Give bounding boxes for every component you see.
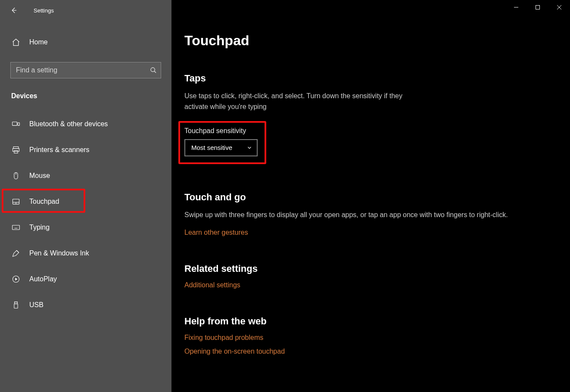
- minimize-button[interactable]: [505, 0, 527, 15]
- sidebar-item-label: Bluetooth & other devices: [29, 120, 108, 128]
- section-heading-related: Related settings: [184, 263, 547, 274]
- search-input[interactable]: [10, 62, 161, 78]
- svg-rect-11: [14, 304, 18, 308]
- chevron-down-icon: [246, 145, 252, 151]
- svg-rect-3: [13, 147, 19, 149]
- sidebar-item-typing[interactable]: Typing: [0, 215, 171, 240]
- usb-icon: [11, 301, 21, 309]
- section-heading-taps: Taps: [184, 73, 547, 84]
- section-heading-touchgo: Touch and go: [184, 192, 547, 203]
- sidebar-item-autoplay[interactable]: AutoPlay: [0, 266, 171, 292]
- close-button[interactable]: [548, 0, 570, 15]
- close-icon: [557, 5, 562, 10]
- sidebar-item-label: Typing: [29, 224, 50, 231]
- sidebar-item-touchpad[interactable]: Touchpad: [0, 189, 171, 215]
- autoplay-icon: [11, 275, 21, 283]
- sidebar-item-printers[interactable]: Printers & scanners: [0, 137, 171, 163]
- sidebar-category: Devices: [11, 92, 160, 100]
- minimize-icon: [514, 5, 519, 10]
- link-additional-settings[interactable]: Additional settings: [184, 281, 240, 289]
- sidebar-item-label: AutoPlay: [29, 275, 57, 283]
- svg-rect-12: [536, 6, 540, 9]
- maximize-icon: [535, 5, 540, 10]
- sidebar-item-pen[interactable]: Pen & Windows Ink: [0, 240, 171, 266]
- sidebar-nav: Bluetooth & other devices Printers & sca…: [0, 111, 171, 318]
- sidebar-item-label: Mouse: [29, 172, 50, 180]
- sensitivity-dropdown[interactable]: Most sensitive: [184, 139, 258, 156]
- svg-rect-5: [14, 151, 18, 153]
- sidebar: Settings Home Devices: [0, 0, 171, 392]
- dropdown-value: Most sensitive: [191, 144, 232, 151]
- window-controls: [505, 0, 570, 15]
- sidebar-home[interactable]: Home: [0, 30, 171, 54]
- maximize-button[interactable]: [527, 0, 548, 15]
- arrow-left-icon: [10, 6, 18, 14]
- sidebar-item-mouse[interactable]: Mouse: [0, 163, 171, 189]
- sidebar-item-label: USB: [29, 301, 44, 309]
- section-desc-touchgo: Swipe up with three fingers to display a…: [184, 210, 547, 221]
- sidebar-item-bluetooth[interactable]: Bluetooth & other devices: [0, 111, 171, 137]
- link-learn-gestures[interactable]: Learn other gestures: [184, 229, 248, 236]
- link-fix-touchpad[interactable]: Fixing touchpad problems: [184, 334, 263, 342]
- back-button[interactable]: [6, 3, 22, 18]
- printer-icon: [11, 146, 21, 154]
- link-onscreen-touchpad[interactable]: Opening the on-screen touchpad: [184, 348, 285, 355]
- pen-icon: [11, 249, 21, 258]
- svg-rect-8: [12, 225, 20, 230]
- sensitivity-block: Touchpad sensitivity Most sensitive: [178, 121, 266, 164]
- sidebar-topbar: Settings: [0, 0, 171, 21]
- svg-rect-1: [12, 122, 17, 125]
- sidebar-item-usb[interactable]: USB: [0, 292, 171, 318]
- svg-rect-4: [13, 149, 19, 152]
- svg-rect-2: [18, 123, 19, 126]
- touchpad-icon: [11, 197, 21, 206]
- section-heading-help: Help from the web: [184, 316, 547, 327]
- sidebar-item-label: Printers & scanners: [29, 146, 90, 154]
- svg-rect-10: [15, 302, 18, 304]
- page-title: Touchpad: [184, 33, 547, 49]
- mouse-icon: [11, 171, 21, 180]
- keyboard-icon: [11, 223, 21, 232]
- main-panel: Touchpad Taps Use taps to click, right-c…: [171, 0, 570, 392]
- sensitivity-label: Touchpad sensitivity: [184, 127, 258, 135]
- sidebar-home-label: Home: [29, 38, 48, 46]
- section-desc-taps: Use taps to click, right-click, and sele…: [184, 91, 426, 112]
- sidebar-item-label: Touchpad: [29, 198, 59, 205]
- search-wrap: [10, 62, 161, 78]
- app-title: Settings: [34, 7, 54, 14]
- devices-icon: [11, 120, 21, 128]
- home-icon: [11, 38, 21, 47]
- page-content: Touchpad Taps Use taps to click, right-c…: [171, 0, 570, 361]
- sidebar-item-label: Pen & Windows Ink: [29, 249, 89, 257]
